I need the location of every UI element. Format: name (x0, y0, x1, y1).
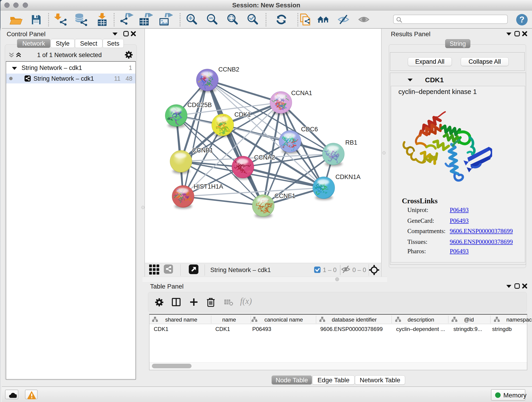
svg-text:HIST1H1A: HIST1H1A (194, 183, 223, 190)
svg-text:RB1: RB1 (345, 139, 357, 146)
svg-text:CDKN1A: CDKN1A (336, 173, 361, 180)
svg-text:?: ? (519, 15, 525, 24)
svg-text:CCNB2: CCNB2 (218, 66, 239, 73)
svg-text:CCNA1: CCNA1 (291, 89, 312, 96)
svg-text:CCNE1: CCNE1 (274, 192, 296, 199)
svg-text:CDC25B: CDC25B (187, 102, 212, 108)
svg-text:CDC6: CDC6 (301, 126, 318, 133)
svg-text:CCNB1: CCNB1 (192, 147, 213, 154)
svg-text:CCNA2: CCNA2 (254, 154, 275, 161)
svg-text:CDK1: CDK1 (234, 111, 251, 118)
